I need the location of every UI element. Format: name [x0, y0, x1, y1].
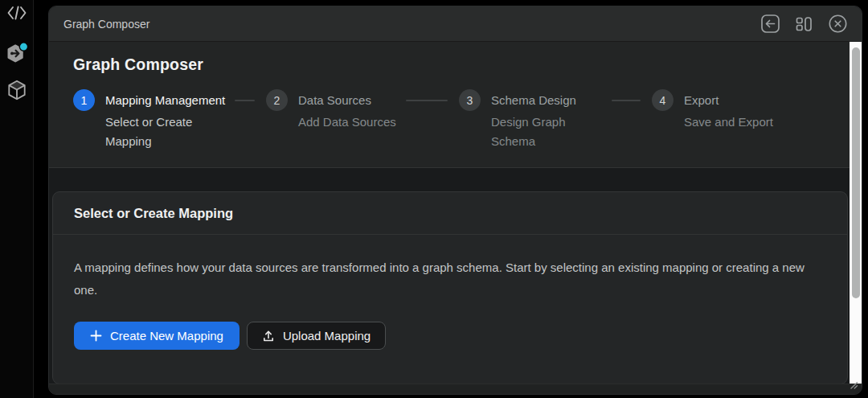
- card-header: Select or Create Mapping: [53, 192, 847, 235]
- step-label: Mapping Management: [105, 89, 225, 109]
- card-body: A mapping defines how your data sources …: [53, 235, 847, 371]
- create-new-mapping-button[interactable]: Create New Mapping: [74, 322, 240, 350]
- window-title: Graph Composer: [63, 18, 149, 31]
- step-sublabel: Design Graph Schema: [491, 113, 602, 150]
- step-schema-design[interactable]: 3 Schema Design Design Graph Schema: [459, 89, 652, 150]
- plus-icon: [90, 330, 102, 342]
- titlebar-actions: [760, 14, 848, 35]
- step-number-badge: 2: [266, 89, 288, 111]
- step-export[interactable]: 4 Export Save and Export: [652, 89, 845, 150]
- card-description: A mapping defines how your data sources …: [74, 256, 813, 302]
- upload-icon: [262, 330, 275, 343]
- step-label: Export: [684, 89, 773, 109]
- upload-mapping-label: Upload Mapping: [283, 329, 371, 343]
- step-connector: [406, 100, 448, 101]
- scroll-content: Graph Composer 1 Mapping Management Sele…: [49, 42, 850, 384]
- step-data-sources[interactable]: 2 Data Sources Add Data Sources: [266, 89, 459, 150]
- step-sublabel: Select or Create Mapping: [105, 113, 216, 150]
- step-connector: [235, 100, 255, 101]
- window-titlebar: Graph Composer: [49, 6, 862, 42]
- wizard-stepper: 1 Mapping Management Select or Create Ma…: [73, 89, 845, 150]
- back-icon[interactable]: [760, 14, 780, 35]
- scrollbar-track[interactable]: [850, 42, 862, 384]
- card-title: Select or Create Mapping: [74, 206, 233, 220]
- graph-composer-window: Graph Composer: [48, 6, 862, 395]
- code-icon[interactable]: [5, 2, 29, 24]
- select-or-create-mapping-card: Select or Create Mapping A mapping defin…: [52, 191, 848, 384]
- window-body: Graph Composer 1 Mapping Management Sele…: [49, 42, 862, 384]
- resize-grip-icon[interactable]: [850, 378, 858, 392]
- upload-mapping-button[interactable]: Upload Mapping: [247, 322, 386, 350]
- step-sublabel: Add Data Sources: [298, 113, 396, 132]
- cube-icon[interactable]: [5, 79, 29, 101]
- app-sidebar: [0, 0, 34, 398]
- step-connector: [612, 100, 641, 101]
- page-title: Graph Composer: [73, 55, 845, 74]
- step-label: Schema Design: [491, 89, 602, 109]
- step-sublabel: Save and Export: [684, 113, 773, 132]
- close-icon[interactable]: [827, 14, 848, 35]
- window-footer: [49, 384, 862, 394]
- step-mapping-management[interactable]: 1 Mapping Management Select or Create Ma…: [73, 89, 266, 150]
- plugin-icon[interactable]: [5, 40, 29, 66]
- notification-badge: [19, 43, 27, 51]
- panel-layout-icon[interactable]: [793, 14, 814, 35]
- create-new-mapping-label: Create New Mapping: [110, 329, 223, 343]
- step-number-badge: 3: [459, 89, 481, 111]
- wizard-header-section: Graph Composer 1 Mapping Management Sele…: [49, 42, 850, 168]
- card-actions: Create New Mapping Upload Mapping: [74, 322, 826, 350]
- step-label: Data Sources: [298, 89, 396, 109]
- step-number-badge: 4: [652, 89, 674, 111]
- scrollbar-thumb[interactable]: [852, 47, 860, 298]
- step-number-badge: 1: [73, 89, 95, 111]
